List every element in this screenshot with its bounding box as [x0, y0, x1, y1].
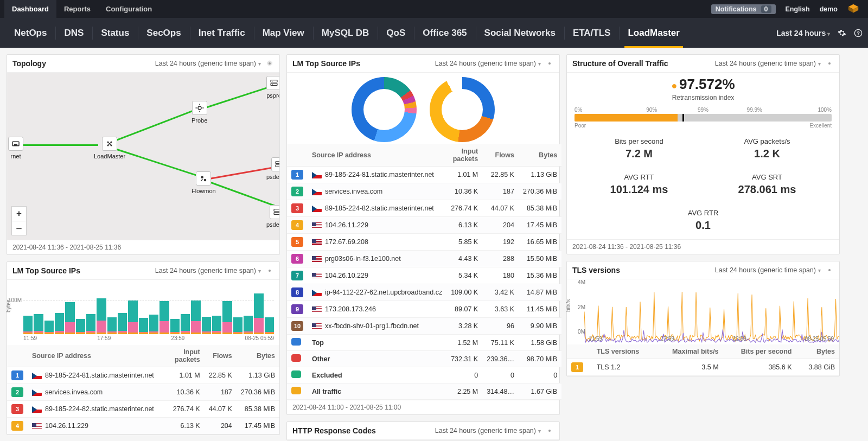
- module-tab[interactable]: Map View: [254, 18, 313, 48]
- legend-swatch-icon: [291, 338, 301, 346]
- rank-badge: 5: [291, 237, 303, 247]
- gear-icon[interactable]: [825, 266, 834, 274]
- node-label: LoadMaster: [94, 153, 125, 159]
- table-row[interactable]: 389-185-224-82.static.masterinter.net276…: [287, 200, 561, 217]
- module-tab[interactable]: SecOps: [138, 18, 189, 48]
- topology-map[interactable]: rnet LoadMaster Probe Flowmon pspro: [7, 73, 279, 240]
- table-row[interactable]: 2services.invea.com10.36 K187270.36 MiB: [7, 384, 279, 401]
- card-structure: Structure of Overall Traffic Last 24 hou…: [566, 54, 840, 254]
- card-timespan[interactable]: Last 24 hours (generic time span): [715, 60, 821, 67]
- us-flag-icon: [312, 222, 322, 229]
- module-tab[interactable]: Social Networks: [476, 18, 564, 48]
- svg-text:?: ?: [857, 30, 860, 36]
- kpi-block: AVG SRT278.061 ms: [706, 173, 828, 196]
- rank-badge: 2: [291, 187, 303, 196]
- table-summary-row[interactable]: Excluded000: [287, 367, 561, 384]
- legend-swatch-icon: [291, 370, 301, 378]
- language-selector[interactable]: English: [786, 5, 810, 13]
- card-footer: 2021-08-24 11:00 - 2021-08-25 11:00: [287, 400, 559, 414]
- table-row[interactable]: 1TLS 1.23.5 M385.6 K3.88 GiB: [567, 359, 839, 376]
- kpi-block: AVG RTT101.124 ms: [578, 173, 700, 196]
- table-row[interactable]: 10xx-fbcdn-shv-01-prg1.fbcdn.net3.28 K96…: [287, 318, 561, 335]
- module-tab[interactable]: QoS: [378, 18, 414, 48]
- module-tab[interactable]: Inet Traffic: [190, 18, 254, 48]
- card-timespan[interactable]: Last 24 hours (generic time span): [155, 60, 261, 67]
- card-title: Structure of Overall Traffic: [572, 59, 668, 68]
- table-row[interactable]: 189-185-224-81.static.masterinter.net1.0…: [287, 167, 561, 183]
- node-label: psdemo2: [266, 174, 279, 180]
- us-flag-icon: [32, 423, 42, 430]
- card-footer: 2021-08-24 11:36 - 2021-08-25 11:36: [567, 239, 839, 254]
- table-summary-row[interactable]: Other732.31 K239.36…98.70 MiB: [287, 351, 561, 367]
- module-tab[interactable]: DNS: [55, 18, 92, 48]
- card-tls: TLS versions Last 24 hours (generic time…: [566, 261, 840, 376]
- table-summary-row[interactable]: Top1.52 M75.11 K1.58 GiB: [287, 335, 561, 351]
- card-title: LM Top Source IPs: [292, 59, 360, 68]
- card-timespan[interactable]: Last 24 hours (generic time span): [155, 267, 261, 274]
- topbar-tab[interactable]: Dashboard: [4, 0, 56, 18]
- gear-icon[interactable]: [545, 426, 554, 435]
- node-server-icon: [271, 157, 279, 171]
- table-row[interactable]: 2services.invea.com10.36 K187270.36 MiB: [287, 183, 561, 200]
- notifications-pill[interactable]: Notifications 0: [711, 4, 776, 14]
- table-row[interactable]: 389-185-224-82.static.masterinter.net276…: [7, 401, 279, 418]
- svg-point-25: [548, 430, 551, 432]
- module-tab[interactable]: ETA/TLS: [564, 18, 620, 48]
- cz-flag-icon: [32, 373, 42, 379]
- node-label: Flowmon: [192, 188, 216, 194]
- node-label: psdemo: [266, 221, 279, 228]
- gear-icon[interactable]: [545, 59, 554, 68]
- timerange-selector[interactable]: Last 24 hours: [776, 29, 830, 37]
- user-menu[interactable]: demo: [820, 5, 838, 13]
- rank-badge: 7: [291, 271, 303, 280]
- table-row[interactable]: 9173.208.173.24689.07 K3.63 K11.45 MiB: [287, 301, 561, 318]
- rank-badge: 10: [291, 321, 303, 331]
- gear-icon[interactable]: [838, 29, 846, 37]
- table-row[interactable]: 8ip-94-112-227-62.net.upcbroadband.cz109…: [287, 284, 561, 301]
- svg-point-24: [548, 62, 551, 65]
- cz-flag-icon: [312, 206, 322, 212]
- card-timespan[interactable]: Last 24 hours (generic time span): [435, 427, 541, 434]
- module-tab[interactable]: Status: [92, 18, 138, 48]
- cz-flag-icon: [312, 290, 322, 296]
- table-row[interactable]: 4104.26.11.2296.13 K20417.45 MiB: [287, 217, 561, 234]
- lm-small-chart: bytes 100M 11:5917:5923:5908-25 05:59: [7, 280, 279, 345]
- table-summary-row[interactable]: All traffic2.25 M314.48…1.67 GiB: [287, 384, 561, 400]
- gear-icon[interactable]: [265, 266, 274, 275]
- rank-badge: 4: [11, 421, 23, 431]
- retrans-value: 97.572: [679, 76, 723, 92]
- card-timespan[interactable]: Last 24 hours (generic time span): [435, 60, 541, 67]
- table-row[interactable]: 4104.26.11.2296.13 K20417.45 MiB: [7, 418, 279, 434]
- notifications-label: Notifications: [716, 5, 757, 13]
- card-timespan[interactable]: Last 24 hours (generic time span): [715, 266, 821, 274]
- svg-rect-19: [276, 162, 279, 164]
- gear-icon[interactable]: [265, 59, 274, 68]
- zoom-in-button[interactable]: +: [12, 207, 26, 221]
- card-title: LM Top Source IPs: [12, 266, 80, 275]
- module-tab[interactable]: Office 365: [414, 18, 475, 48]
- rank-badge: 3: [291, 203, 303, 213]
- us-flag-icon: [312, 256, 322, 263]
- module-tab[interactable]: MySQL DB: [313, 18, 378, 48]
- rank-badge: 2: [11, 387, 23, 397]
- table-row[interactable]: 7104.26.10.2295.34 K18015.36 MiB: [287, 267, 561, 284]
- card-http-codes: HTTP Response Codes Last 24 hours (gener…: [286, 421, 560, 440]
- topbar-tab[interactable]: Configuration: [98, 0, 159, 18]
- module-tab[interactable]: LoadMaster: [619, 18, 688, 48]
- module-tab[interactable]: NetOps: [5, 18, 55, 48]
- rank-badge: 1: [11, 370, 23, 380]
- svg-rect-21: [274, 209, 279, 212]
- rank-badge: 9: [291, 304, 303, 314]
- card-lm-small: LM Top Source IPs Last 24 hours (generic…: [7, 261, 280, 435]
- topbar-tab[interactable]: Reports: [56, 0, 98, 18]
- zoom-out-button[interactable]: –: [12, 221, 26, 235]
- table-row[interactable]: 6prg03s06-in-f3.1e100.net4.43 K28815.50 …: [287, 251, 561, 267]
- table-row[interactable]: 5172.67.69.2085.85 K19216.65 MiB: [287, 234, 561, 251]
- node-label: Probe: [192, 117, 207, 124]
- retrans-gauge: 0%90%99%99.9%100% PoorExcellent: [575, 107, 832, 129]
- rank-badge: 3: [11, 404, 23, 414]
- help-icon[interactable]: ?: [854, 29, 863, 37]
- gear-icon[interactable]: [825, 59, 834, 68]
- table-row[interactable]: 189-185-224-81.static.masterinter.net1.0…: [7, 367, 279, 384]
- brand-logo-icon: [847, 3, 859, 15]
